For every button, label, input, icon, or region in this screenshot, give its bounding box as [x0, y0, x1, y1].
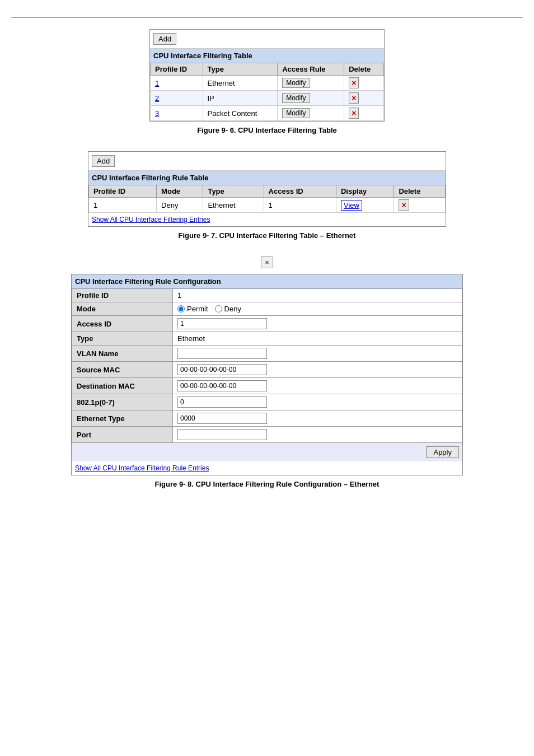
eth-type-input[interactable]	[177, 413, 267, 424]
rule-type: Ethernet	[203, 198, 264, 213]
port-input[interactable]	[177, 429, 267, 440]
config-value-access-id[interactable]	[173, 316, 462, 332]
delete-button-2[interactable]: ×	[399, 199, 409, 211]
col2-mode: Mode	[157, 185, 203, 198]
config-row-source-mac: Source MAC	[72, 362, 462, 378]
config-label-8021p: 802.1p(0-7)	[72, 394, 173, 410]
source-mac-input[interactable]	[177, 364, 267, 375]
type-cell: IP	[203, 91, 278, 106]
config-table: Profile ID 1 Mode Permit D	[72, 288, 462, 443]
section1: Add CPU Interface Filtering Table Profil…	[11, 29, 523, 134]
config-value-source-mac[interactable]	[173, 362, 462, 378]
type-cell: Packet Content	[203, 106, 278, 121]
profile-id-cell[interactable]: 2	[151, 91, 203, 106]
delete-cell[interactable]: ×	[344, 106, 384, 121]
config-label-vlan: VLAN Name	[72, 346, 173, 362]
col-profile-id: Profile ID	[151, 63, 203, 76]
table-title-2: CPU Interface Filtering Rule Table	[88, 171, 446, 185]
page-container: Add CPU Interface Filtering Table Profil…	[0, 11, 534, 511]
config-value-profile-id: 1	[173, 289, 462, 302]
config-row-type: Type Ethernet	[72, 332, 462, 346]
access-rule-cell[interactable]: Modify	[278, 76, 344, 91]
config-row-mode: Mode Permit Deny	[72, 302, 462, 316]
dest-mac-input[interactable]	[177, 380, 267, 391]
permit-label[interactable]: Permit	[177, 305, 208, 313]
section2: Add CPU Interface Filtering Rule Table P…	[11, 151, 523, 240]
profile-id-cell[interactable]: 1	[151, 76, 203, 91]
rule-access-id: 1	[264, 198, 336, 213]
col2-type: Type	[203, 185, 264, 198]
config-label-type: Type	[72, 332, 173, 346]
col2-profile-id: Profile ID	[89, 185, 157, 198]
table-title-3: CPU Interface Filtering Rule Configurati…	[72, 274, 462, 288]
delete-cell[interactable]: ×	[344, 91, 384, 106]
rule-profile-id: 1	[89, 198, 157, 213]
col-access-rule: Access Rule	[278, 63, 344, 76]
table-row: 2IPModify×	[151, 91, 384, 106]
col-type: Type	[203, 63, 278, 76]
col2-delete: Delete	[394, 185, 446, 198]
permit-radio[interactable]	[177, 305, 185, 312]
config-label-eth-type: Ethernet Type	[72, 410, 173, 427]
access-id-input[interactable]	[177, 318, 267, 329]
config-row-8021p: 802.1p(0-7)	[72, 394, 462, 410]
config-label-access-id: Access ID	[72, 316, 173, 332]
mode-radio-group: Permit Deny	[177, 305, 457, 313]
config-row-profile-id: Profile ID 1	[72, 289, 462, 302]
8021p-input[interactable]	[177, 396, 267, 408]
config-row-port: Port	[72, 427, 462, 443]
modify-button[interactable]: Modify	[282, 93, 310, 103]
config-value-8021p[interactable]	[173, 394, 462, 410]
section3: CPU Interface Filtering Rule Configurati…	[11, 274, 523, 488]
access-rule-cell[interactable]: Modify	[278, 91, 344, 106]
type-cell: Ethernet	[203, 76, 278, 91]
config-value-dest-mac[interactable]	[173, 378, 462, 394]
delete-button[interactable]: ×	[349, 108, 359, 119]
access-rule-cell[interactable]: Modify	[278, 106, 344, 121]
add-button-2[interactable]: Add	[92, 155, 115, 167]
figure-caption-1: Figure 9- 6. CPU Interface Filtering Tab…	[197, 126, 337, 134]
rule-delete[interactable]: ×	[394, 198, 446, 213]
filtering-table-container: Add CPU Interface Filtering Table Profil…	[149, 29, 385, 122]
x-symbol: ×	[261, 256, 273, 268]
config-table-container: CPU Interface Filtering Rule Configurati…	[71, 274, 463, 475]
show-all-link-2[interactable]: Show All CPU Interface Filtering Entries	[92, 216, 210, 223]
table-row: 3Packet ContentModify×	[151, 106, 384, 121]
rule-table: Profile ID Mode Type Access ID Display D…	[88, 185, 446, 213]
apply-row: Apply	[72, 443, 462, 461]
rule-mode: Deny	[157, 198, 203, 213]
deny-label[interactable]: Deny	[215, 305, 241, 313]
show-all-row-2: Show All CPU Interface Filtering Entries	[88, 213, 446, 226]
top-border	[11, 17, 523, 18]
config-label-profile-id: Profile ID	[72, 289, 173, 302]
config-value-vlan[interactable]	[173, 346, 462, 362]
modify-button[interactable]: Modify	[282, 78, 310, 88]
config-value-eth-type[interactable]	[173, 410, 462, 427]
delete-cell[interactable]: ×	[344, 76, 384, 91]
profile-id-cell[interactable]: 3	[151, 106, 203, 121]
view-link[interactable]: View	[341, 200, 362, 211]
config-value-type: Ethernet	[173, 332, 462, 346]
config-row-access-id: Access ID	[72, 316, 462, 332]
deny-radio[interactable]	[215, 305, 222, 312]
x-between: ×	[11, 256, 523, 268]
add-row-1: Add	[150, 30, 384, 49]
show-all-link-3[interactable]: Show All CPU Interface Filtering Rule En…	[75, 464, 209, 472]
vlan-name-input[interactable]	[177, 348, 267, 359]
apply-button[interactable]: Apply	[426, 446, 459, 458]
filtering-table: Profile ID Type Access Rule Delete 1Ethe…	[150, 63, 384, 121]
table-row: 1 Deny Ethernet 1 View ×	[89, 198, 446, 213]
table-row: 1EthernetModify×	[151, 76, 384, 91]
add-row-2: Add	[88, 152, 446, 171]
col2-display: Display	[336, 185, 394, 198]
config-label-port: Port	[72, 427, 173, 443]
modify-button[interactable]: Modify	[282, 108, 310, 118]
config-value-port[interactable]	[173, 427, 462, 443]
rule-display[interactable]: View	[336, 198, 394, 213]
config-value-mode[interactable]: Permit Deny	[173, 302, 462, 316]
delete-button[interactable]: ×	[349, 92, 359, 104]
col2-access-id: Access ID	[264, 185, 336, 198]
config-label-source-mac: Source MAC	[72, 362, 173, 378]
add-button-1[interactable]: Add	[153, 33, 176, 45]
delete-button[interactable]: ×	[349, 77, 359, 88]
